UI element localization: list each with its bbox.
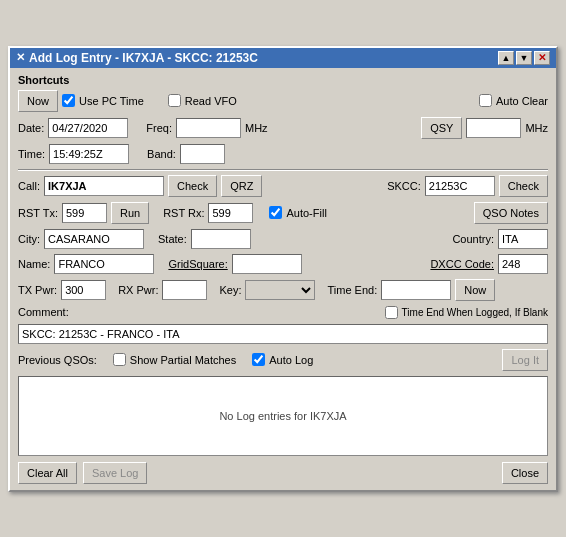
time-end-when-logged-checkbox[interactable] bbox=[385, 306, 398, 319]
shortcuts-label: Shortcuts bbox=[18, 74, 548, 86]
show-partial-label: Show Partial Matches bbox=[130, 354, 236, 366]
comment-row bbox=[18, 324, 548, 344]
now-button[interactable]: Now bbox=[18, 90, 58, 112]
clear-all-button[interactable]: Clear All bbox=[18, 462, 77, 484]
now2-button[interactable]: Now bbox=[455, 279, 495, 301]
divider-1 bbox=[18, 169, 548, 171]
timeend-label: Time End: bbox=[327, 284, 377, 296]
txpwr-label: TX Pwr: bbox=[18, 284, 57, 296]
date-label: Date: bbox=[18, 122, 44, 134]
skcc-check-button[interactable]: Check bbox=[499, 175, 548, 197]
auto-fill-checkbox[interactable] bbox=[269, 206, 282, 219]
scroll-down-btn[interactable]: ▼ bbox=[516, 51, 532, 65]
gridsquare-label: GridSquare: bbox=[168, 258, 227, 270]
rst-rx-label: RST Rx: bbox=[163, 207, 204, 219]
scroll-up-btn[interactable]: ▲ bbox=[498, 51, 514, 65]
qrz-button[interactable]: QRZ bbox=[221, 175, 262, 197]
band-input[interactable] bbox=[180, 144, 225, 164]
row-call: Call: Check QRZ SKCC: Check bbox=[18, 175, 548, 197]
comment-input[interactable] bbox=[18, 324, 548, 344]
skcc-input[interactable] bbox=[425, 176, 495, 196]
mhz2-label: MHz bbox=[525, 122, 548, 134]
name-label: Name: bbox=[18, 258, 50, 270]
txpwr-input[interactable] bbox=[61, 280, 106, 300]
rxpwr-input[interactable] bbox=[162, 280, 207, 300]
skcc-label: SKCC: bbox=[387, 180, 421, 192]
freq-input[interactable] bbox=[176, 118, 241, 138]
auto-clear-label: Auto Clear bbox=[496, 95, 548, 107]
footer-left: Clear All Save Log bbox=[18, 462, 147, 484]
row-shortcuts: Now Use PC Time Read VFO Auto Clear bbox=[18, 90, 548, 112]
city-label: City: bbox=[18, 233, 40, 245]
save-log-button[interactable]: Save Log bbox=[83, 462, 147, 484]
qsy-button[interactable]: QSY bbox=[421, 117, 462, 139]
name-input[interactable] bbox=[54, 254, 154, 274]
auto-log-checkbox[interactable] bbox=[252, 353, 265, 366]
row-previous-qsos: Previous QSOs: Show Partial Matches Auto… bbox=[18, 349, 548, 371]
read-vfo-checkbox[interactable] bbox=[168, 94, 181, 107]
show-partial-checkbox[interactable] bbox=[113, 353, 126, 366]
run-button[interactable]: Run bbox=[111, 202, 149, 224]
band-label: Band: bbox=[147, 148, 176, 160]
dxcc-label: DXCC Code: bbox=[430, 258, 494, 270]
key-select[interactable] bbox=[245, 280, 315, 300]
rst-tx-input[interactable] bbox=[62, 203, 107, 223]
comment-label: Comment: bbox=[18, 306, 69, 318]
window-close-btn[interactable]: ✕ bbox=[534, 51, 550, 65]
log-it-button[interactable]: Log It bbox=[502, 349, 548, 371]
key-label: Key: bbox=[219, 284, 241, 296]
check-button[interactable]: Check bbox=[168, 175, 217, 197]
previous-qsos-label: Previous QSOs: bbox=[18, 354, 97, 366]
mhz-label: MHz bbox=[245, 122, 268, 134]
main-window: ✕ Add Log Entry - IK7XJA - SKCC: 21253C … bbox=[8, 46, 558, 492]
use-pc-time-label: Use PC Time bbox=[79, 95, 144, 107]
call-input[interactable] bbox=[44, 176, 164, 196]
log-area-text: No Log entries for IK7XJA bbox=[219, 410, 346, 422]
title-bar: ✕ Add Log Entry - IK7XJA - SKCC: 21253C … bbox=[10, 48, 556, 68]
dxcc-input[interactable] bbox=[498, 254, 548, 274]
date-input[interactable] bbox=[48, 118, 128, 138]
footer-row: Clear All Save Log Close bbox=[18, 462, 548, 484]
row-rst: RST Tx: Run RST Rx: Auto-Fill QSO Notes bbox=[18, 202, 548, 224]
title-bar-controls: ▲ ▼ ✕ bbox=[498, 51, 550, 65]
row-name: Name: GridSquare: DXCC Code: bbox=[18, 254, 548, 274]
row-comment-header: Comment: Time End When Logged, If Blank bbox=[18, 306, 548, 319]
window-title: Add Log Entry - IK7XJA - SKCC: 21253C bbox=[29, 51, 258, 65]
qso-notes-button[interactable]: QSO Notes bbox=[474, 202, 548, 224]
auto-clear-checkbox[interactable] bbox=[479, 94, 492, 107]
state-input[interactable] bbox=[191, 229, 251, 249]
rst-rx-input[interactable] bbox=[208, 203, 253, 223]
time-end-when-logged-label: Time End When Logged, If Blank bbox=[402, 307, 548, 318]
close-button[interactable]: Close bbox=[502, 462, 548, 484]
use-pc-time-checkbox[interactable] bbox=[62, 94, 75, 107]
read-vfo-label: Read VFO bbox=[185, 95, 237, 107]
call-label: Call: bbox=[18, 180, 40, 192]
row-pwr: TX Pwr: RX Pwr: Key: Time End: Now bbox=[18, 279, 548, 301]
title-bar-left: ✕ Add Log Entry - IK7XJA - SKCC: 21253C bbox=[16, 51, 258, 65]
country-label: Country: bbox=[452, 233, 494, 245]
timeend-input[interactable] bbox=[381, 280, 451, 300]
log-area: No Log entries for IK7XJA bbox=[18, 376, 548, 456]
time-label: Time: bbox=[18, 148, 45, 160]
qsy-mhz-input[interactable] bbox=[466, 118, 521, 138]
time-input[interactable] bbox=[49, 144, 129, 164]
city-input[interactable] bbox=[44, 229, 144, 249]
content-area: Shortcuts Now Use PC Time Read VFO Auto … bbox=[10, 68, 556, 490]
rxpwr-label: RX Pwr: bbox=[118, 284, 158, 296]
rst-tx-label: RST Tx: bbox=[18, 207, 58, 219]
row-date-freq: Date: Freq: MHz QSY MHz bbox=[18, 117, 548, 139]
auto-fill-label: Auto-Fill bbox=[286, 207, 326, 219]
gridsquare-input[interactable] bbox=[232, 254, 302, 274]
state-label: State: bbox=[158, 233, 187, 245]
app-icon: ✕ bbox=[16, 51, 25, 64]
row-city: City: State: Country: bbox=[18, 229, 548, 249]
auto-log-label: Auto Log bbox=[269, 354, 313, 366]
country-input[interactable] bbox=[498, 229, 548, 249]
freq-label: Freq: bbox=[146, 122, 172, 134]
row-time-band: Time: Band: bbox=[18, 144, 548, 164]
